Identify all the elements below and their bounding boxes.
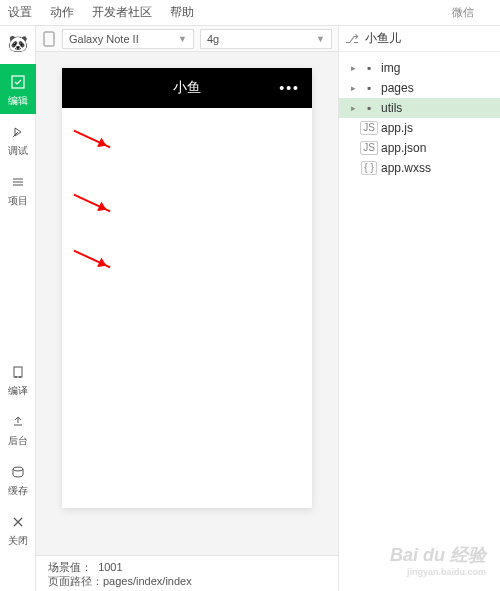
folder-icon: ▪ <box>361 101 377 115</box>
folder-icon: ▪ <box>361 81 377 95</box>
debug-icon <box>10 124 26 140</box>
menu-actions[interactable]: 动作 <box>50 4 74 21</box>
sidebar-label-debug: 调试 <box>8 144 28 158</box>
tree-item-label: utils <box>381 101 402 115</box>
top-menu-bar: 设置 动作 开发者社区 帮助 微信 <box>0 0 500 26</box>
sidebar-item-backend[interactable]: 后台 <box>0 404 36 454</box>
menu-right-label: 微信 <box>452 5 474 20</box>
status-bar: 场景值： 1001 页面路径：pages/index/index <box>36 555 338 591</box>
chevron-right-icon: ▸ <box>351 83 361 93</box>
project-icon <box>10 174 26 190</box>
more-icon[interactable]: ••• <box>279 80 300 96</box>
tree-file[interactable]: JS app.json <box>339 138 500 158</box>
project-name: 小鱼儿 <box>365 30 401 47</box>
sidebar-item-cache[interactable]: 缓存 <box>0 454 36 504</box>
chevron-right-icon: ▸ <box>351 63 361 73</box>
tree-folder[interactable]: ▸ ▪ img <box>339 58 500 78</box>
json-file-icon: JS <box>360 141 378 155</box>
tree-folder[interactable]: ▸ ▪ utils <box>339 98 500 118</box>
device-select-value: Galaxy Note II <box>69 33 139 45</box>
close-icon <box>10 514 26 530</box>
tree-folder[interactable]: ▸ ▪ pages <box>339 78 500 98</box>
simulator-screen[interactable]: 小鱼 ••• <box>62 68 312 508</box>
edit-icon <box>10 74 26 90</box>
menu-help[interactable]: 帮助 <box>170 4 194 21</box>
tree-item-label: app.js <box>381 121 413 135</box>
tree-item-label: app.wxss <box>381 161 431 175</box>
sidebar-label-project: 项目 <box>8 194 28 208</box>
sidebar-label-compile: 编译 <box>8 384 28 398</box>
svg-rect-1 <box>14 367 22 377</box>
file-explorer-header: ⎇ 小鱼儿 <box>339 26 500 52</box>
menu-community[interactable]: 开发者社区 <box>92 4 152 21</box>
sidebar-label-edit: 编辑 <box>8 94 28 108</box>
chevron-down-icon: ▼ <box>316 34 325 44</box>
chevron-down-icon: ▼ <box>178 34 187 44</box>
folder-icon: ▪ <box>361 61 377 75</box>
center-panel: Galaxy Note II ▼ 4g ▼ 小鱼 ••• 场景值： 1001 页… <box>36 26 338 591</box>
tree-item-label: pages <box>381 81 414 95</box>
svg-point-3 <box>19 376 21 378</box>
file-explorer: ⎇ 小鱼儿 ▸ ▪ img ▸ ▪ pages ▸ ▪ utils JS a <box>338 26 500 591</box>
svg-point-2 <box>15 376 17 378</box>
compile-icon <box>10 364 26 380</box>
chevron-right-icon: ▸ <box>351 103 361 113</box>
simulator-toolbar: Galaxy Note II ▼ 4g ▼ <box>36 26 338 52</box>
scene-value: 1001 <box>98 561 122 573</box>
device-icon <box>36 31 62 47</box>
sidebar-item-edit[interactable]: 编辑 <box>0 64 36 114</box>
tree-file[interactable]: { } app.wxss <box>339 158 500 178</box>
sidebar-item-close[interactable]: 关闭 <box>0 504 36 554</box>
network-select-value: 4g <box>207 33 219 45</box>
tree-file[interactable]: JS app.js <box>339 118 500 138</box>
menu-settings[interactable]: 设置 <box>8 4 32 21</box>
sidebar-label-backend: 后台 <box>8 434 28 448</box>
svg-rect-0 <box>12 76 24 88</box>
scene-label: 场景值： <box>48 561 92 573</box>
simulator-navbar: 小鱼 ••• <box>62 68 312 108</box>
simulator-title: 小鱼 <box>62 79 312 97</box>
app-logo: 🐼 <box>7 32 29 54</box>
cache-icon <box>10 464 26 480</box>
sidebar-label-close: 关闭 <box>8 534 28 548</box>
sidebar-item-debug[interactable]: 调试 <box>0 114 36 164</box>
path-value: pages/index/index <box>103 575 192 587</box>
tree-item-label: app.json <box>381 141 426 155</box>
path-label: 页面路径： <box>48 575 103 587</box>
device-select[interactable]: Galaxy Note II ▼ <box>62 29 194 49</box>
file-tree: ▸ ▪ img ▸ ▪ pages ▸ ▪ utils JS app.js <box>339 52 500 184</box>
network-select[interactable]: 4g ▼ <box>200 29 332 49</box>
wxss-file-icon: { } <box>361 161 376 175</box>
tree-item-label: img <box>381 61 400 75</box>
js-file-icon: JS <box>360 121 378 135</box>
sidebar-item-compile[interactable]: 编译 <box>0 354 36 404</box>
tree-icon: ⎇ <box>345 32 359 46</box>
svg-rect-5 <box>44 32 54 46</box>
sidebar-label-cache: 缓存 <box>8 484 28 498</box>
left-sidebar: 🐼 编辑 调试 项目 编译 后台 缓存 关闭 <box>0 26 36 591</box>
sidebar-item-project[interactable]: 项目 <box>0 164 36 214</box>
backend-icon <box>10 414 26 430</box>
svg-point-4 <box>13 467 23 471</box>
